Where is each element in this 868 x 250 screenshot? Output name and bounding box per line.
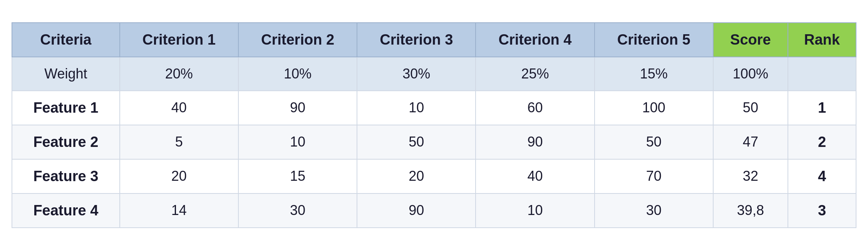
weight-c3: 30% — [357, 57, 476, 91]
feature3-c2: 15 — [238, 159, 357, 193]
feature1-score: 50 — [713, 91, 788, 125]
feature-row-4: Feature 4 14 30 90 10 30 39,8 3 — [12, 193, 856, 228]
feature-row-3: Feature 3 20 15 20 40 70 32 4 — [12, 159, 856, 193]
feature1-rank: 1 — [788, 91, 856, 125]
feature-row-1: Feature 1 40 90 10 60 100 50 1 — [12, 91, 856, 125]
feature4-c1: 14 — [120, 193, 238, 228]
weight-row: Weight 20% 10% 30% 25% 15% 100% — [12, 57, 856, 91]
feature1-c2: 90 — [238, 91, 357, 125]
weight-rank — [788, 57, 856, 91]
col-header-criterion3: Criterion 3 — [357, 23, 476, 57]
feature2-c3: 50 — [357, 125, 476, 159]
feature4-c3: 90 — [357, 193, 476, 228]
feature4-label: Feature 4 — [12, 193, 120, 228]
feature4-rank: 3 — [788, 193, 856, 228]
col-header-criteria: Criteria — [12, 23, 120, 57]
feature2-rank: 2 — [788, 125, 856, 159]
col-header-criterion5: Criterion 5 — [595, 23, 713, 57]
feature2-c1: 5 — [120, 125, 238, 159]
feature2-score: 47 — [713, 125, 788, 159]
feature1-c4: 60 — [476, 91, 594, 125]
feature1-label: Feature 1 — [12, 91, 120, 125]
weight-c1: 20% — [120, 57, 238, 91]
feature-row-2: Feature 2 5 10 50 90 50 47 2 — [12, 125, 856, 159]
feature2-c2: 10 — [238, 125, 357, 159]
weight-label: Weight — [12, 57, 120, 91]
feature2-c5: 50 — [595, 125, 713, 159]
feature3-c1: 20 — [120, 159, 238, 193]
weight-c5: 15% — [595, 57, 713, 91]
feature4-c2: 30 — [238, 193, 357, 228]
feature1-c3: 10 — [357, 91, 476, 125]
feature4-c4: 10 — [476, 193, 594, 228]
feature3-c4: 40 — [476, 159, 594, 193]
col-header-criterion4: Criterion 4 — [476, 23, 594, 57]
feature4-c5: 30 — [595, 193, 713, 228]
weight-c2: 10% — [238, 57, 357, 91]
feature2-label: Feature 2 — [12, 125, 120, 159]
criteria-table: Criteria Criterion 1 Criterion 2 Criteri… — [12, 22, 856, 228]
feature4-score: 39,8 — [713, 193, 788, 228]
feature1-c1: 40 — [120, 91, 238, 125]
feature3-c5: 70 — [595, 159, 713, 193]
feature3-rank: 4 — [788, 159, 856, 193]
table-container: Criteria Criterion 1 Criterion 2 Criteri… — [0, 15, 868, 236]
weight-score: 100% — [713, 57, 788, 91]
weight-c4: 25% — [476, 57, 594, 91]
col-header-rank: Rank — [788, 23, 856, 57]
feature3-score: 32 — [713, 159, 788, 193]
header-row: Criteria Criterion 1 Criterion 2 Criteri… — [12, 23, 856, 57]
feature3-c3: 20 — [357, 159, 476, 193]
feature2-c4: 90 — [476, 125, 594, 159]
col-header-criterion2: Criterion 2 — [238, 23, 357, 57]
col-header-score: Score — [713, 23, 788, 57]
feature1-c5: 100 — [595, 91, 713, 125]
col-header-criterion1: Criterion 1 — [120, 23, 238, 57]
feature3-label: Feature 3 — [12, 159, 120, 193]
